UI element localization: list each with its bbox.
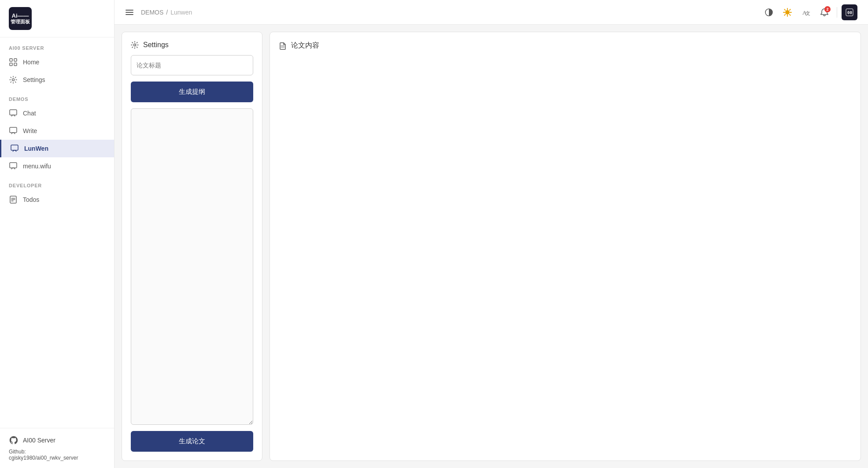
sidebar-item-todos[interactable]: Todos: [0, 191, 114, 208]
left-panel-header: Settings: [131, 41, 253, 49]
sidebar: Ai—— 管理面板 AI00 SERVER Home Settings DEMO…: [0, 0, 115, 468]
main-area: DEMOS / Lunwen: [115, 0, 868, 468]
brightness-btn[interactable]: [779, 4, 795, 20]
svg-rect-7: [11, 145, 18, 150]
footer-github-link: Github: cgisky1980/ai00_rwkv_server: [9, 449, 105, 461]
notification-btn[interactable]: 2: [816, 4, 832, 20]
topbar-divider: [837, 7, 837, 18]
svg-line-25: [784, 14, 785, 15]
write-icon: [9, 126, 18, 135]
sidebar-item-chat[interactable]: Chat: [0, 104, 114, 122]
svg-rect-8: [10, 163, 17, 168]
right-panel-title: 论文内容: [291, 41, 319, 50]
todos-icon: [9, 195, 18, 204]
sidebar-item-todos-label: Todos: [23, 196, 39, 203]
footer-github-url: cgisky1980/ai00_rwkv_server: [9, 455, 78, 461]
chat-icon: [9, 109, 18, 118]
section-label-ai00: AI00 SERVER: [0, 37, 114, 53]
svg-line-23: [790, 14, 790, 15]
footer-server: AI00 Server: [9, 435, 105, 445]
section-label-developer: DEVELOPER: [0, 175, 114, 191]
generate-outline-btn[interactable]: 生成提纲: [131, 82, 253, 102]
menu-icon[interactable]: [125, 8, 134, 17]
gear-icon: [9, 75, 18, 84]
footer-server-label: AI00 Server: [23, 437, 55, 444]
menu-wifu-icon: [9, 162, 18, 171]
breadcrumb-current: Lunwen: [170, 9, 192, 16]
svg-text:00: 00: [847, 11, 852, 15]
sidebar-logo: Ai—— 管理面板: [0, 0, 114, 37]
essay-title-input[interactable]: [131, 55, 253, 75]
github-icon: [9, 435, 18, 445]
topbar-icons: A 文 2 00: [761, 4, 857, 20]
svg-text:文: 文: [805, 11, 810, 16]
document-icon: [279, 42, 287, 50]
notification-badge: 2: [824, 6, 831, 12]
sidebar-item-lunwen[interactable]: LunWen: [0, 140, 114, 157]
svg-line-22: [784, 9, 785, 10]
breadcrumb: DEMOS / Lunwen: [141, 9, 192, 16]
svg-rect-1: [14, 59, 17, 61]
outline-textarea[interactable]: [131, 108, 253, 425]
left-panel-title: Settings: [143, 41, 169, 49]
sidebar-item-lunwen-label: LunWen: [24, 145, 48, 152]
sidebar-item-home[interactable]: Home: [0, 53, 114, 71]
svg-rect-2: [10, 63, 12, 66]
sidebar-item-write[interactable]: Write: [0, 122, 114, 140]
right-panel: 论文内容: [270, 32, 861, 461]
contrast-toggle-btn[interactable]: [761, 4, 777, 20]
svg-rect-0: [10, 59, 12, 61]
section-label-demos: DEMOS: [0, 89, 114, 104]
svg-point-30: [134, 44, 136, 46]
sidebar-item-home-label: Home: [23, 59, 39, 66]
sidebar-item-chat-label: Chat: [23, 110, 36, 117]
svg-rect-3: [14, 63, 17, 66]
sidebar-item-settings-label: Settings: [23, 76, 45, 83]
right-panel-header: 论文内容: [279, 41, 852, 50]
svg-point-4: [12, 79, 15, 81]
sidebar-item-menu-wifu-label: menu.wifu: [23, 163, 51, 170]
user-avatar[interactable]: 00: [842, 4, 857, 20]
topbar: DEMOS / Lunwen: [115, 0, 868, 25]
sidebar-item-write-label: Write: [23, 127, 37, 134]
svg-rect-6: [10, 127, 17, 133]
svg-rect-5: [10, 110, 17, 115]
sidebar-item-menu-wifu[interactable]: menu.wifu: [0, 157, 114, 175]
sidebar-footer: AI00 Server Github: cgisky1980/ai00_rwkv…: [0, 428, 114, 468]
footer-github-label: Github:: [9, 449, 26, 455]
sidebar-item-settings[interactable]: Settings: [0, 71, 114, 89]
lunwen-icon: [10, 144, 19, 153]
translate-btn[interactable]: A 文: [798, 4, 814, 20]
grid-icon: [9, 58, 18, 67]
breadcrumb-root: DEMOS: [141, 9, 163, 16]
generate-essay-btn[interactable]: 生成论文: [131, 431, 253, 452]
svg-line-24: [790, 9, 790, 10]
svg-point-17: [786, 11, 789, 14]
logo-box: Ai—— 管理面板: [9, 7, 32, 30]
content-area: Settings 生成提纲 生成论文 论文内容: [115, 25, 868, 468]
settings-panel-icon: [131, 41, 139, 49]
breadcrumb-separator: /: [166, 9, 168, 16]
left-panel: Settings 生成提纲 生成论文: [122, 32, 262, 461]
